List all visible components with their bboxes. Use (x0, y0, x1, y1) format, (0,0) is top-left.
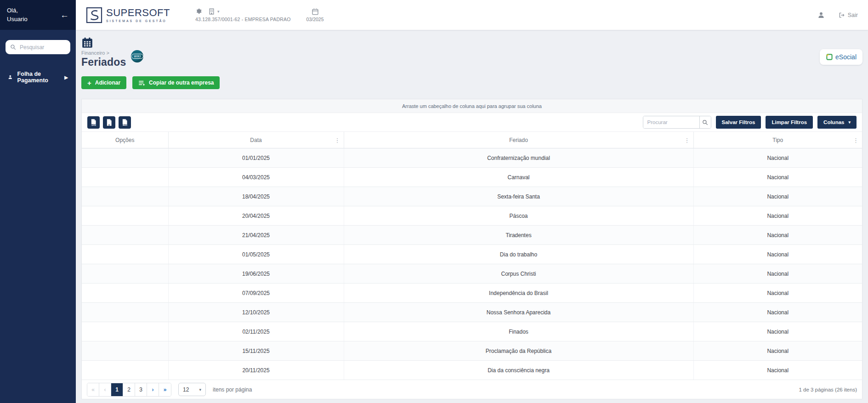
period-selector[interactable]: 03/2025 (306, 8, 324, 22)
cell-date: 04/03/2025 (168, 168, 344, 187)
cell-type: Nacional (693, 206, 862, 226)
cell-type: Nacional (693, 361, 862, 380)
sidebar-collapse-icon[interactable]: ← (60, 10, 69, 20)
Dia da consciência negra[interactable]: 20/11/2025 Dia da consciência negra Naci… (82, 361, 862, 380)
pager-last-button[interactable]: » (159, 383, 171, 396)
clear-filters-button[interactable]: Limpar Filtros (766, 116, 813, 129)
brand-text: SUPERSOFT SISTEMAS DE GESTÃO (106, 8, 170, 23)
columns-dropdown-button[interactable]: Colunas ▾ (817, 116, 857, 129)
cell-date: 02/11/2025 (168, 322, 344, 341)
export-pdf-button[interactable]: PDF (87, 116, 100, 129)
cell-holiday-name: Confraternização mundial (344, 148, 693, 168)
page-actions: + Adicionar Copiar de outra empresa (81, 76, 862, 89)
add-button[interactable]: + Adicionar (81, 76, 126, 89)
grid-search-input[interactable] (643, 116, 699, 128)
esocial-icon (826, 53, 833, 61)
page-size-select[interactable]: 12 ▾ (178, 383, 206, 396)
copy-from-company-button[interactable]: Copiar de outra empresa (132, 76, 220, 89)
export-csv-button[interactable]: CSV (119, 116, 131, 129)
group-panel[interactable]: Arraste um cabeçalho de coluna aqui para… (82, 99, 862, 113)
esocial-badge[interactable]: eSocial (820, 49, 862, 65)
pager-first-button[interactable]: « (87, 383, 99, 396)
Dia do trabalho[interactable]: 01/05/2025 Dia do trabalho Nacional (82, 245, 862, 264)
save-filters-button[interactable]: Salvar Filtros (716, 116, 761, 129)
sidebar-header: Olá, Usuario ← (0, 0, 76, 30)
cell-type: Nacional (693, 148, 862, 168)
greeting-line1: Olá, (7, 6, 28, 15)
logout-button[interactable]: Sair (839, 12, 858, 18)
cell-holiday-name: Páscoa (344, 206, 693, 226)
cell-holiday-name: Carnaval (344, 168, 693, 187)
table-header-row: Opções Data⋮ Feriado⋮ Tipo⋮ (82, 132, 862, 148)
Confraternização mundial[interactable]: 01/01/2025 Confraternização mundial Naci… (82, 148, 862, 168)
cell-options (82, 187, 168, 206)
cell-type: Nacional (693, 284, 862, 303)
column-label: Opções (115, 137, 134, 143)
column-label: Feriado (509, 137, 528, 143)
page-number-button[interactable]: 1 (111, 383, 123, 396)
cell-options (82, 284, 168, 303)
topbar: SUPERSOFT SISTEMAS DE GESTÃO ▾ 43.128.35… (76, 0, 868, 30)
breadcrumb-item[interactable]: Financeiro (81, 50, 105, 56)
cell-options (82, 361, 168, 380)
cell-date: 01/05/2025 (168, 245, 344, 264)
esocial-label: eSocial (835, 53, 857, 61)
file-type-label: CSV (119, 124, 131, 126)
sidebar-search-input[interactable] (20, 44, 66, 51)
column-menu-icon[interactable]: ⋮ (335, 136, 340, 143)
user-icon[interactable] (817, 11, 825, 19)
Sexta-feira Santa[interactable]: 18/04/2025 Sexta-feira Santa Nacional (82, 187, 862, 206)
column-header-feriado[interactable]: Feriado⋮ (344, 132, 693, 148)
Proclamação da República[interactable]: 15/11/2025 Proclamação da República Naci… (82, 341, 862, 361)
Corpus Christi[interactable]: 19/06/2025 Corpus Christi Nacional (82, 264, 862, 284)
cell-options (82, 264, 168, 284)
pager-next-button[interactable]: › (147, 383, 159, 396)
column-header-data[interactable]: Data⋮ (168, 132, 344, 148)
pager: « ‹ 123 › » 12 ▾ itens por página 1 de 3… (82, 380, 862, 399)
cell-date: 18/04/2025 (168, 187, 344, 206)
sidebar-search[interactable] (6, 40, 70, 54)
page-number-button[interactable]: 3 (135, 383, 147, 396)
app-root: { "icons": { "kebab": "⋮", "caret_down":… (0, 0, 868, 403)
cell-type: Nacional (693, 226, 862, 245)
column-menu-icon[interactable]: ⋮ (684, 136, 690, 143)
pager-buttons: « ‹ 123 › » (87, 383, 171, 397)
cell-date: 20/11/2025 (168, 361, 344, 380)
Independência do Brasil[interactable]: 07/09/2025 Independência do Brasil Nacio… (82, 284, 862, 303)
holidays-grid: Arraste um cabeçalho de coluna aqui para… (81, 99, 862, 399)
pager-prev-button[interactable]: ‹ (99, 383, 111, 396)
cell-options (82, 168, 168, 187)
grid-search-button[interactable] (699, 116, 711, 128)
cell-holiday-name: Tiradentes (344, 226, 693, 245)
Finados[interactable]: 02/11/2025 Finados Nacional (82, 322, 862, 341)
page-number-button[interactable]: 2 (123, 383, 135, 396)
search-icon (10, 44, 16, 50)
export-xls-button[interactable]: X (103, 116, 115, 129)
column-header-opcoes[interactable]: Opções (82, 132, 168, 148)
Carnaval[interactable]: 04/03/2025 Carnaval Nacional (82, 168, 862, 187)
cell-options (82, 206, 168, 226)
cell-options (82, 322, 168, 341)
page-header: Financeiro > Feriados WIKI eSocial (81, 37, 862, 68)
cell-date: 19/06/2025 (168, 264, 344, 284)
search-icon (702, 119, 708, 125)
column-menu-icon[interactable]: ⋮ (853, 136, 859, 143)
building-icon[interactable] (209, 8, 215, 15)
company-selector[interactable]: ▾ 43.128.357/0001-62 - EMPRESA PADRAO (195, 8, 291, 22)
Nossa Senhora Aparecida[interactable]: 12/10/2025 Nossa Senhora Aparecida Nacio… (82, 303, 862, 322)
period-value: 03/2025 (306, 17, 324, 22)
column-header-tipo[interactable]: Tipo⋮ (693, 132, 862, 148)
gear-icon[interactable] (195, 8, 202, 15)
add-button-label: Adicionar (95, 79, 120, 86)
brand-logo: SUPERSOFT SISTEMAS DE GESTÃO (86, 7, 170, 23)
sidebar-item-folha-de-pagamento[interactable]: Folha de Pagamento ▶ (0, 66, 76, 88)
wiki-badge[interactable]: WIKI (131, 50, 143, 62)
clear-filters-label: Limpar Filtros (772, 119, 807, 125)
Tiradentes[interactable]: 21/04/2025 Tiradentes Nacional (82, 226, 862, 245)
Páscoa[interactable]: 20/04/2025 Páscoa Nacional (82, 206, 862, 226)
cell-holiday-name: Dia do trabalho (344, 245, 693, 264)
title-row: Feriados WIKI (81, 56, 862, 68)
chevron-down-icon: ▾ (199, 387, 201, 392)
grid-search (643, 116, 711, 129)
person-icon (8, 74, 13, 80)
